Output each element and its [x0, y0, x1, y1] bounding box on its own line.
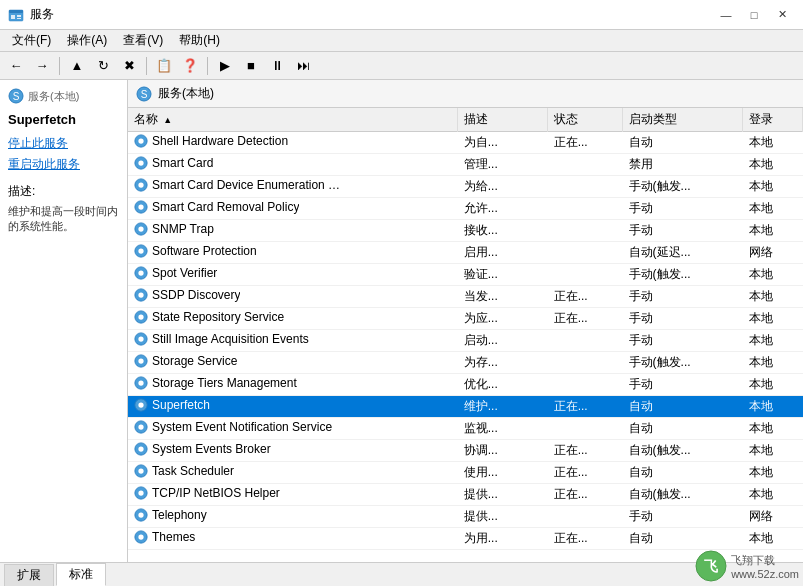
up-button[interactable]: ▲ — [65, 55, 89, 77]
refresh-button[interactable]: ↻ — [91, 55, 115, 77]
table-row[interactable]: Smart Card Removal Policy允许...手动本地 — [128, 198, 803, 220]
watermark-brand: 飞翔下载 — [731, 553, 799, 568]
properties-button[interactable]: 📋 — [152, 55, 176, 77]
play-button[interactable]: ▶ — [213, 55, 237, 77]
watermark: 飞 飞翔下载 www.52z.com — [695, 550, 799, 582]
table-row[interactable]: Storage Tiers Management优化...手动本地 — [128, 374, 803, 396]
table-row[interactable]: System Event Notification Service监视...自动… — [128, 418, 803, 440]
menu-view[interactable]: 查看(V) — [115, 30, 171, 51]
col-startup[interactable]: 启动类型 — [623, 108, 743, 132]
close-button[interactable]: ✕ — [769, 5, 795, 25]
service-status-cell: 正在... — [548, 440, 623, 462]
service-name-cell: SNMP Trap — [128, 220, 348, 238]
menu-action[interactable]: 操作(A) — [59, 30, 115, 51]
table-row[interactable]: Telephony提供...手动网络 — [128, 506, 803, 528]
table-row[interactable]: Spot Verifier验证...手动(触发...本地 — [128, 264, 803, 286]
table-row[interactable]: Storage Service为存...手动(触发...本地 — [128, 352, 803, 374]
service-row-icon — [134, 134, 148, 148]
service-desc-cell: 当发... — [458, 286, 548, 308]
tab-standard[interactable]: 标准 — [56, 563, 106, 586]
left-panel: S 服务(本地) Superfetch 停止此服务 重启动此服务 描述: 维护和… — [0, 80, 128, 562]
service-name-cell: State Repository Service — [128, 308, 348, 326]
service-startup-cell: 自动 — [623, 132, 743, 154]
table-row[interactable]: Still Image Acquisition Events启动...手动本地 — [128, 330, 803, 352]
service-desc-cell: 启动... — [458, 330, 548, 352]
window-icon — [8, 7, 24, 23]
svg-text:S: S — [13, 91, 20, 102]
service-name-cell: SSDP Discovery — [128, 286, 348, 304]
back-button[interactable]: ← — [4, 55, 28, 77]
service-startup-cell: 手动 — [623, 198, 743, 220]
table-row[interactable]: Software Protection启用...自动(延迟...网络 — [128, 242, 803, 264]
service-status-cell: 正在... — [548, 308, 623, 330]
help-toolbar-button[interactable]: ❓ — [178, 55, 202, 77]
service-status-cell — [548, 198, 623, 220]
svg-point-16 — [138, 204, 143, 209]
stop-service-link[interactable]: 停止此服务 — [8, 135, 119, 152]
table-row[interactable]: Smart Card管理...禁用本地 — [128, 154, 803, 176]
service-status-cell: 正在... — [548, 462, 623, 484]
table-container[interactable]: 名称 ▲ 描述 状态 启动类型 登录 — [128, 108, 803, 562]
restart-button[interactable]: ⏭ — [291, 55, 315, 77]
service-name-text: Storage Service — [152, 354, 237, 368]
service-name-text: Smart Card — [152, 156, 213, 170]
table-row[interactable]: Smart Card Device Enumeration Servi...为给… — [128, 176, 803, 198]
svg-point-24 — [138, 292, 143, 297]
maximize-button[interactable]: □ — [741, 5, 767, 25]
svg-point-40 — [138, 468, 143, 473]
service-row-icon — [134, 332, 148, 346]
col-login[interactable]: 登录 — [743, 108, 803, 132]
service-row-icon — [134, 222, 148, 236]
service-row-icon — [134, 464, 148, 478]
service-row-icon — [134, 376, 148, 390]
table-row[interactable]: TCP/IP NetBIOS Helper提供...正在...自动(触发...本… — [128, 484, 803, 506]
watermark-logo: 飞 — [695, 550, 727, 582]
service-row-icon — [134, 354, 148, 368]
col-status[interactable]: 状态 — [548, 108, 623, 132]
col-desc[interactable]: 描述 — [458, 108, 548, 132]
col-name[interactable]: 名称 ▲ — [128, 108, 458, 132]
svg-point-14 — [138, 182, 143, 187]
service-name-cell: System Events Broker — [128, 440, 348, 458]
service-name-text: Spot Verifier — [152, 266, 217, 280]
table-row[interactable]: SSDP Discovery当发...正在...手动本地 — [128, 286, 803, 308]
menu-help[interactable]: 帮助(H) — [171, 30, 228, 51]
bottom-tabs: 扩展 标准 — [0, 562, 803, 586]
table-row[interactable]: Shell Hardware Detection为自...正在...自动本地 — [128, 132, 803, 154]
restart-service-link[interactable]: 重启动此服务 — [8, 156, 119, 173]
forward-button[interactable]: → — [30, 55, 54, 77]
service-desc-cell: 使用... — [458, 462, 548, 484]
service-name-text: SSDP Discovery — [152, 288, 240, 302]
table-row[interactable]: Task Scheduler使用...正在...自动本地 — [128, 462, 803, 484]
service-status-cell — [548, 374, 623, 396]
service-desc-cell: 监视... — [458, 418, 548, 440]
service-status-cell: 正在... — [548, 484, 623, 506]
menu-file[interactable]: 文件(F) — [4, 30, 59, 51]
service-login-cell: 本地 — [743, 462, 803, 484]
service-name-text: Telephony — [152, 508, 207, 522]
pause-button[interactable]: ⏸ — [265, 55, 289, 77]
toolbar: ← → ▲ ↻ ✖ 📋 ❓ ▶ ■ ⏸ ⏭ — [0, 52, 803, 80]
service-desc-cell: 提供... — [458, 506, 548, 528]
service-login-cell: 本地 — [743, 330, 803, 352]
service-login-cell: 网络 — [743, 506, 803, 528]
service-login-cell: 本地 — [743, 418, 803, 440]
minimize-button[interactable]: — — [713, 5, 739, 25]
service-login-cell: 本地 — [743, 484, 803, 506]
svg-point-22 — [138, 270, 143, 275]
desc-label: 描述: — [8, 183, 119, 200]
stop-button[interactable]: ✖ — [117, 55, 141, 77]
service-desc-cell: 为应... — [458, 308, 548, 330]
service-desc-cell: 优化... — [458, 374, 548, 396]
table-row[interactable]: Themes为用...正在...自动本地 — [128, 528, 803, 550]
square-button[interactable]: ■ — [239, 55, 263, 77]
table-row[interactable]: System Events Broker协调...正在...自动(触发...本地 — [128, 440, 803, 462]
service-name-cell: Smart Card — [128, 154, 348, 172]
service-login-cell: 本地 — [743, 308, 803, 330]
window-controls: — □ ✕ — [713, 5, 795, 25]
table-row[interactable]: State Repository Service为应...正在...手动本地 — [128, 308, 803, 330]
table-row[interactable]: Superfetch维护...正在...自动本地 — [128, 396, 803, 418]
table-row[interactable]: SNMP Trap接收...手动本地 — [128, 220, 803, 242]
tab-extend[interactable]: 扩展 — [4, 564, 54, 586]
service-name-text: Still Image Acquisition Events — [152, 332, 309, 346]
